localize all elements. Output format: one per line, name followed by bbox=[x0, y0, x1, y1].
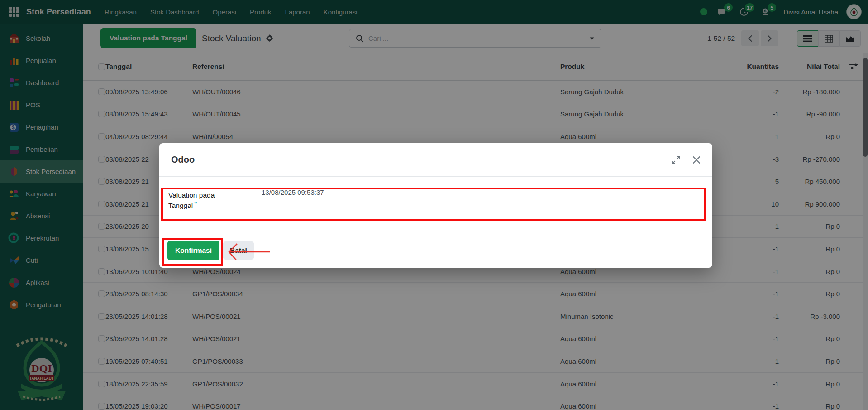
valuation-date-label: Valuation pada Tanggal? bbox=[168, 190, 241, 211]
confirm-button[interactable]: Konfirmasi bbox=[167, 241, 219, 260]
cancel-button[interactable]: Batal bbox=[223, 241, 254, 260]
expand-dialog-icon[interactable] bbox=[672, 155, 681, 164]
valuation-date-input[interactable] bbox=[262, 188, 701, 200]
field-help-marker[interactable]: ? bbox=[194, 201, 197, 206]
odoo-dialog: Odoo Valuation pada Tanggal? Konfirmasi … bbox=[159, 143, 712, 268]
dialog-title: Odoo bbox=[171, 154, 195, 165]
close-icon[interactable] bbox=[692, 156, 701, 164]
